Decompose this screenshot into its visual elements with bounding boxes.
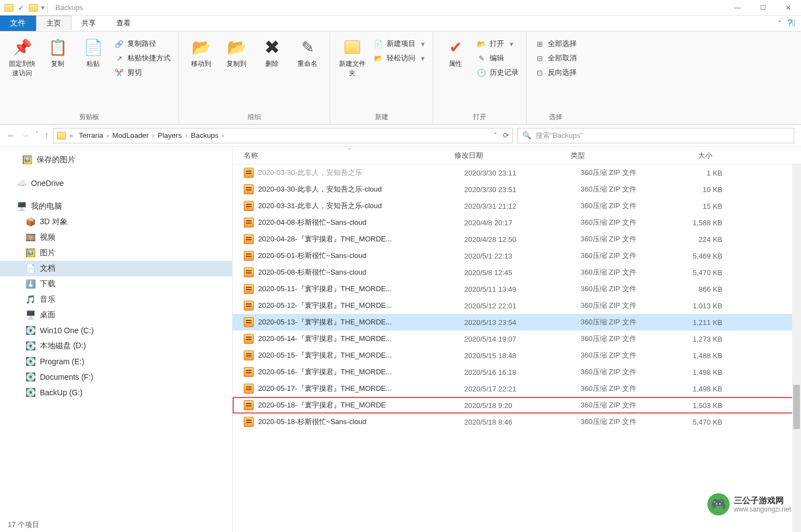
tree-node-label: 下载 — [40, 279, 55, 289]
col-date[interactable]: 修改日期 — [454, 151, 571, 161]
tree-node[interactable]: 🎞️视频 — [0, 230, 232, 245]
tree-node[interactable]: 🖼️图片 — [0, 245, 232, 261]
chevron-right-icon[interactable]: › — [105, 131, 110, 140]
pin-button[interactable]: 📌固定到快速访问 — [6, 35, 39, 111]
rename-button[interactable]: ✎重命名 — [291, 35, 324, 111]
tree-node[interactable]: 📦3D 对象 — [0, 214, 232, 230]
copy-path-button[interactable]: 🔗复制路径 — [112, 37, 173, 50]
file-row[interactable]: 2020-05-01-杉斯很忙~Sans-cloud2020/5/1 22:13… — [233, 247, 801, 264]
breadcrumb-part[interactable]: Backups — [188, 131, 220, 140]
file-size: 1 KB — [678, 169, 733, 177]
tree-node[interactable]: 🎵音乐 — [0, 292, 232, 307]
tree-node[interactable]: 📄文档 — [0, 261, 232, 276]
tree-node[interactable]: ☁️OneDrive — [0, 175, 232, 191]
file-row[interactable]: 2020-04-08-杉斯很忙~Sans-cloud2020/4/8 20:17… — [233, 214, 801, 231]
tree-node[interactable]: 🖥️我的电脑 — [0, 199, 232, 214]
file-row[interactable]: 2020-05-08-杉斯很忙~Sans-cloud2020/5/8 12:45… — [233, 264, 801, 281]
up-button[interactable]: ↑ — [44, 131, 49, 141]
file-row[interactable]: 2020-03-30-此非人，安知吾之乐2020/3/30 23:11360压缩… — [233, 164, 801, 181]
col-size[interactable]: 大小 — [668, 151, 723, 161]
tab-view[interactable]: 查看 — [106, 16, 141, 31]
col-type[interactable]: 类型 — [571, 151, 668, 161]
file-row[interactable]: 2020-05-14-『寰宇摸君』THE_MORDE...2020/5/14 1… — [233, 330, 801, 347]
file-size: 1,588 KB — [678, 219, 733, 227]
move-to-button[interactable]: 📂移动到 — [184, 35, 218, 111]
file-row[interactable]: 2020-03-30-此非人，安知吾之乐-cloud2020/3/30 23:5… — [233, 181, 801, 198]
minimize-button[interactable]: — — [725, 0, 750, 16]
ribbon-group-open: ✔属性 📂打开▾ ✎编辑 🕑历史记录 打开 — [433, 32, 527, 124]
nav-tree[interactable]: 🖼️保存的图片☁️OneDrive🖥️我的电脑📦3D 对象🎞️视频🖼️图片📄文档… — [0, 147, 233, 532]
file-row[interactable]: 2020-04-28-『寰宇摸君』THE_MORDE...2020/4/28 1… — [233, 231, 801, 247]
history-button[interactable]: 🕑历史记录 — [474, 66, 521, 79]
vertical-scrollbar[interactable] — [792, 164, 801, 532]
new-folder-button[interactable]: 新建文件夹 — [336, 35, 369, 111]
file-row[interactable]: 2020-05-13-『寰宇摸君』THE_MORDE...2020/5/13 2… — [233, 314, 801, 330]
file-row[interactable]: 2020-05-18-杉斯很忙~Sans-cloud2020/5/18 8:46… — [233, 414, 801, 430]
properties-button[interactable]: ✔属性 — [439, 35, 472, 111]
tab-file[interactable]: 文件 — [0, 16, 36, 31]
help-icon[interactable]: ?⃝ — [787, 18, 795, 28]
copy-to-button[interactable]: 📂复制到 — [220, 35, 253, 111]
col-name[interactable]: 名称 — [244, 151, 258, 159]
qat-dropdown-icon[interactable]: ▾ — [41, 3, 45, 12]
file-name: 2020-05-12-『寰宇摸君』THE_MORDE... — [258, 301, 464, 311]
file-row[interactable]: 2020-03-31-此非人，安知吾之乐-cloud2020/3/31 21:1… — [233, 198, 801, 214]
breadcrumb-part[interactable]: Players — [156, 131, 184, 140]
file-size: 1,273 KB — [678, 335, 733, 343]
address-bar[interactable]: « Terraria›ModLoader›Players›Backups› ˅ … — [53, 128, 513, 143]
tree-node[interactable]: 🖥️桌面 — [0, 307, 232, 323]
breadcrumb-part[interactable]: ModLoader — [110, 131, 151, 140]
select-none-button[interactable]: ⊟全部取消 — [532, 51, 579, 65]
tree-node[interactable]: 🖼️保存的图片 — [0, 152, 232, 168]
app-folder-icon — [4, 4, 13, 12]
file-list: 名称˄ 修改日期 类型 大小 2020-03-30-此非人，安知吾之乐2020/… — [233, 147, 801, 532]
file-row[interactable]: 2020-05-12-『寰宇摸君』THE_MORDE...2020/5/12 2… — [233, 297, 801, 314]
tab-share[interactable]: 共享 — [71, 16, 106, 31]
new-item-button[interactable]: 📄新建项目▾ — [371, 37, 427, 50]
paste-shortcut-button[interactable]: ↗粘贴快捷方式 — [112, 51, 173, 65]
tree-node[interactable]: 💽本地磁盘 (D:) — [0, 338, 232, 354]
tree-node[interactable]: 💽Win10 One (C:) — [0, 323, 232, 338]
file-date: 2020/5/13 23:54 — [464, 318, 581, 327]
qat-check-icon[interactable]: ✓ — [17, 3, 25, 12]
zip-file-icon — [244, 218, 254, 228]
file-row[interactable]: 2020-05-11-『寰宇摸君』THE_MORDE...2020/5/11 1… — [233, 281, 801, 297]
file-type: 360压缩 ZIP 文件 — [581, 350, 678, 360]
easy-access-button[interactable]: 📂轻松访问▾ — [371, 51, 427, 65]
open-button[interactable]: 📂打开▾ — [474, 37, 521, 50]
back-button[interactable]: ← — [7, 131, 16, 141]
scrollbar-thumb[interactable] — [793, 385, 800, 429]
file-row[interactable]: 2020-05-15-『寰宇摸君』THE_MORDE...2020/5/15 1… — [233, 347, 801, 364]
maximize-button[interactable]: ☐ — [750, 0, 776, 16]
qat-folder-icon[interactable] — [29, 4, 38, 12]
tree-node[interactable]: 💽Documents (F:) — [0, 369, 232, 385]
invert-selection-button[interactable]: ⊡反向选择 — [532, 66, 579, 79]
edit-button[interactable]: ✎编辑 — [474, 51, 521, 65]
search-box[interactable]: 🔍 搜索"Backups" — [517, 128, 794, 143]
tree-node[interactable]: 💽Program (E:) — [0, 354, 232, 369]
tab-home[interactable]: 主页 — [36, 16, 71, 31]
ribbon-collapse-icon[interactable]: ˄ — [778, 19, 782, 28]
forward-button[interactable]: → — [21, 131, 30, 141]
breadcrumb-part[interactable]: Terraria — [76, 131, 105, 140]
refresh-button[interactable]: ⟳ — [503, 131, 509, 140]
tree-node-label: Documents (F:) — [40, 373, 93, 381]
recent-dropdown-icon[interactable]: ˅ — [35, 131, 39, 141]
file-row[interactable]: 2020-05-18-『寰宇摸君』THE_MORDE2020/5/18 9:20… — [233, 397, 801, 414]
zip-file-icon — [244, 201, 254, 211]
file-row[interactable]: 2020-05-17-『寰宇摸君』THE_MORDE...2020/5/17 2… — [233, 380, 801, 397]
file-row[interactable]: 2020-05-16-『寰宇摸君』THE_MORDE...2020/5/16 1… — [233, 364, 801, 380]
chevron-right-icon[interactable]: › — [220, 131, 225, 140]
close-button[interactable]: ✕ — [776, 0, 801, 16]
tree-node[interactable]: 💽BackUp (G:) — [0, 385, 232, 400]
search-placeholder: 搜索"Backups" — [536, 131, 583, 141]
select-all-button[interactable]: ⊞全部选择 — [532, 37, 579, 50]
paste-button[interactable]: 📄粘贴 — [76, 35, 110, 111]
tree-node[interactable]: ⬇️下载 — [0, 276, 232, 292]
column-headers[interactable]: 名称˄ 修改日期 类型 大小 — [233, 147, 801, 164]
delete-button[interactable]: ✖删除 — [255, 35, 289, 111]
chevron-right-icon[interactable]: › — [151, 131, 155, 140]
address-dropdown-icon[interactable]: ˅ — [494, 131, 497, 140]
copy-button[interactable]: 📋复制 — [41, 35, 74, 111]
cut-button[interactable]: ✂️剪切 — [112, 66, 173, 79]
